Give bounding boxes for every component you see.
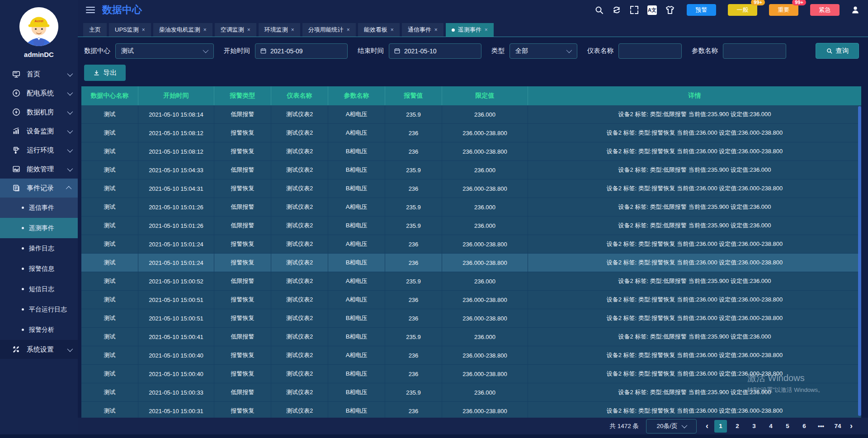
- tab[interactable]: 遥测事件 ×: [446, 23, 494, 37]
- table-row[interactable]: 测试 2021-05-10 15:01:26 低限报警 测试仪表2 B相电压 2…: [81, 217, 861, 235]
- tab[interactable]: 柴油发电机监测 ×: [153, 23, 212, 37]
- table-header-cell[interactable]: 仪表名称: [271, 86, 328, 105]
- table-row[interactable]: 测试 2021-05-10 15:00:33 低限报警 测试仪表2 B相电压 2…: [81, 383, 861, 402]
- sidebar-subitem[interactable]: 遥测事件: [0, 218, 78, 238]
- sidebar-subitem[interactable]: 报警分析: [0, 320, 78, 340]
- table-body: 测试 2021-05-10 15:08:14 低限报警 测试仪表2 A相电压 2…: [81, 105, 861, 418]
- sidebar-subitem[interactable]: 短信日志: [0, 279, 78, 299]
- alarm-button[interactable]: 紧急: [810, 4, 840, 16]
- sidebar-subitem[interactable]: 遥信事件: [0, 198, 78, 218]
- table-header-cell[interactable]: 参数名称: [328, 86, 385, 105]
- table-row[interactable]: 测试 2021-05-10 15:00:52 低限报警 测试仪表2 A相电压 2…: [81, 272, 861, 291]
- alarm-button[interactable]: 重要 99+: [769, 4, 798, 16]
- table-header-cell[interactable]: 详情: [528, 86, 861, 105]
- param-name-input[interactable]: [723, 43, 786, 59]
- table-scrollbar[interactable]: [858, 106, 861, 416]
- table-row[interactable]: 测试 2021-05-10 15:01:24 报警恢复 测试仪表2 B相电压 2…: [81, 254, 861, 272]
- table-header-cell[interactable]: 数据中心名称: [81, 86, 138, 105]
- table-row[interactable]: 测试 2021-05-10 15:04:31 报警恢复 测试仪表2 B相电压 2…: [81, 179, 861, 198]
- chart-icon: [12, 127, 21, 136]
- end-date-input[interactable]: 2021-05-10: [389, 43, 481, 59]
- sidebar-item[interactable]: 首页: [0, 65, 78, 84]
- search-icon[interactable]: [594, 5, 604, 14]
- page-button[interactable]: 2: [731, 420, 744, 433]
- datacenter-select[interactable]: 测试: [115, 43, 214, 59]
- table-header-cell[interactable]: 开始时间: [138, 86, 214, 105]
- tab[interactable]: UPS监测 ×: [109, 23, 151, 37]
- table-row[interactable]: 测试 2021-05-10 15:08:12 报警恢复 测试仪表2 B相电压 2…: [81, 142, 861, 161]
- theme-shirt-icon[interactable]: [665, 5, 675, 14]
- sidebar-item[interactable]: 能效管理: [0, 160, 78, 179]
- tab[interactable]: 主页: [83, 23, 107, 37]
- table-row[interactable]: 测试 2021-05-10 15:00:40 报警恢复 测试仪表2 B相电压 2…: [81, 365, 861, 383]
- table-row[interactable]: 测试 2021-05-10 15:08:14 低限报警 测试仪表2 A相电压 2…: [81, 105, 861, 124]
- sidebar-item[interactable]: 设备监测: [0, 122, 78, 141]
- meter-name-input[interactable]: [618, 43, 682, 59]
- translate-icon[interactable]: A文: [647, 5, 657, 15]
- page-button[interactable]: 4: [764, 420, 777, 433]
- bullet-icon: [22, 308, 24, 311]
- close-icon[interactable]: ×: [434, 27, 438, 33]
- start-date-input[interactable]: 2021-05-09: [255, 43, 348, 59]
- table-row[interactable]: 测试 2021-05-10 15:00:41 低限报警 测试仪表2 B相电压 2…: [81, 328, 861, 346]
- sidebar-item[interactable]: 配电系统: [0, 84, 78, 103]
- page-button[interactable]: 5: [781, 420, 794, 433]
- user-icon[interactable]: [851, 5, 860, 14]
- avatar[interactable]: Acrel: [19, 7, 58, 46]
- table-row[interactable]: 测试 2021-05-10 15:00:51 报警恢复 测试仪表2 B相电压 2…: [81, 309, 861, 328]
- param-name-label: 参数名称: [692, 47, 718, 55]
- close-icon[interactable]: ×: [203, 27, 207, 33]
- tab[interactable]: 通信事件 ×: [402, 23, 443, 37]
- sidebar-item[interactable]: 运行环境: [0, 141, 78, 160]
- export-button[interactable]: 导出: [84, 65, 126, 81]
- page-button[interactable]: 3: [748, 420, 760, 433]
- chevron-down-icon: [566, 47, 572, 53]
- chevron-down-icon: [67, 71, 73, 76]
- next-page-icon[interactable]: ›: [848, 421, 854, 431]
- sidebar-item-settings[interactable]: 系统设置: [0, 340, 78, 359]
- table-header-cell[interactable]: 限定值: [442, 86, 528, 105]
- table-row[interactable]: 测试 2021-05-10 15:00:51 报警恢复 测试仪表2 A相电压 2…: [81, 291, 861, 309]
- table-row[interactable]: 测试 2021-05-10 15:01:24 报警恢复 测试仪表2 A相电压 2…: [81, 235, 861, 254]
- page-button[interactable]: 74: [831, 420, 844, 433]
- alarm-button[interactable]: 一般 99+: [728, 4, 757, 16]
- refresh-icon[interactable]: [612, 5, 621, 14]
- table-row[interactable]: 测试 2021-05-10 15:01:26 低限报警 测试仪表2 A相电压 2…: [81, 198, 861, 217]
- close-icon[interactable]: ×: [485, 27, 488, 33]
- sidebar-subitem[interactable]: 报警信息: [0, 259, 78, 279]
- sidebar-item[interactable]: 数据机房: [0, 103, 78, 122]
- power-icon: [12, 108, 21, 117]
- top-right-toolbar: A文 预警 一般 99+ 重要 99+: [594, 4, 860, 16]
- close-icon[interactable]: ×: [347, 27, 350, 33]
- table-row[interactable]: 测试 2021-05-10 15:00:40 报警恢复 测试仪表2 A相电压 2…: [81, 346, 861, 365]
- table-header-cell[interactable]: 报警类型: [214, 86, 271, 105]
- page-button[interactable]: •••: [815, 420, 827, 433]
- tab[interactable]: 环境监测 ×: [259, 23, 300, 37]
- table-row[interactable]: 测试 2021-05-10 15:04:33 低限报警 测试仪表2 B相电压 2…: [81, 161, 861, 179]
- table-header-cell[interactable]: 报警值: [385, 86, 442, 105]
- alarm-buttons: 预警 一般 99+ 重要 99+ 紧急: [687, 4, 840, 16]
- sidebar-item[interactable]: 事件记录: [0, 179, 78, 198]
- close-icon[interactable]: ×: [291, 27, 294, 33]
- alarm-button[interactable]: 预警: [687, 4, 716, 16]
- search-button[interactable]: 查询: [816, 43, 859, 59]
- page-size-select[interactable]: 20条/页: [646, 419, 697, 433]
- datacenter-label: 数据中心: [84, 47, 110, 55]
- type-select[interactable]: 全部: [509, 43, 577, 59]
- sidebar-subitem[interactable]: 平台运行日志: [0, 299, 78, 320]
- table-row[interactable]: 测试 2021-05-10 15:08:12 报警恢复 测试仪表2 A相电压 2…: [81, 124, 861, 142]
- page-button[interactable]: 1: [714, 420, 727, 433]
- fullscreen-icon[interactable]: [630, 5, 639, 14]
- close-icon[interactable]: ×: [391, 27, 394, 33]
- prev-page-icon[interactable]: ‹: [704, 421, 710, 431]
- sidebar-subitem[interactable]: 操作日志: [0, 238, 78, 259]
- close-icon[interactable]: ×: [142, 27, 145, 33]
- tab[interactable]: 空调监测 ×: [215, 23, 256, 37]
- close-icon[interactable]: ×: [247, 27, 250, 33]
- chevron-down-icon: [67, 146, 73, 152]
- menu-collapse-icon[interactable]: [86, 5, 95, 15]
- tab[interactable]: 能效看板 ×: [358, 23, 400, 37]
- table-row[interactable]: 测试 2021-05-10 15:00:31 报警恢复 测试仪表2 B相电压 2…: [81, 402, 861, 418]
- page-button[interactable]: 6: [798, 420, 811, 433]
- tab[interactable]: 分项用能统计 ×: [302, 23, 356, 37]
